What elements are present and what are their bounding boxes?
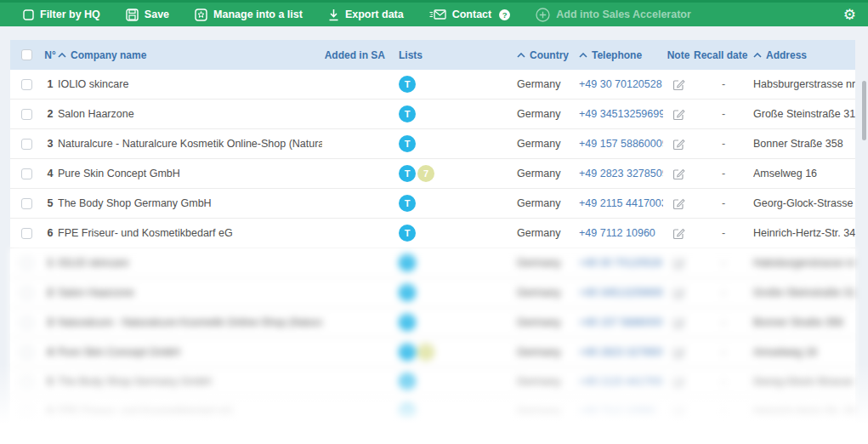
contact-button[interactable]: Contact ? — [429, 9, 511, 20]
header-note[interactable]: Note — [663, 49, 694, 61]
edit-note-icon[interactable] — [672, 108, 685, 121]
row-checkbox[interactable] — [21, 198, 32, 209]
table-row[interactable]: 5 The Body Shop Germany GmbH T Germany +… — [10, 367, 855, 397]
select-all-checkbox[interactable] — [21, 49, 32, 60]
filter-by-hq-button[interactable]: Filter by HQ — [23, 9, 100, 20]
row-checkbox[interactable] — [21, 287, 32, 299]
edit-note-icon[interactable] — [672, 168, 685, 180]
row-checkbox[interactable] — [21, 258, 32, 269]
edit-note-icon[interactable] — [672, 257, 685, 270]
telephone-link[interactable]: +49 7112 10960 — [578, 227, 663, 239]
telephone-link[interactable]: +49 34513259699 — [578, 287, 663, 299]
company-name[interactable]: Pure Skin Concept GmbH — [58, 346, 322, 358]
row-checkbox[interactable] — [21, 139, 32, 150]
table-row[interactable]: 5 The Body Shop Germany GmbH T Germany +… — [10, 189, 855, 219]
company-name[interactable]: Naturalcure - Naturalcure Kosmetik Onlin… — [58, 138, 322, 150]
settings-gear-icon[interactable]: ⚙ — [843, 8, 856, 22]
row-checkbox[interactable] — [21, 377, 32, 388]
telephone-link[interactable]: +49 30 70120528 — [578, 78, 663, 90]
edit-note-icon[interactable] — [672, 316, 685, 329]
edit-note-icon[interactable] — [672, 376, 685, 389]
save-icon — [126, 9, 139, 21]
sort-chevron-up-icon[interactable] — [753, 53, 762, 58]
company-name[interactable]: Pure Skin Concept GmbH — [58, 168, 322, 179]
table-row[interactable]: 4 Pure Skin Concept GmbH T7 Germany +49 … — [10, 338, 855, 367]
table-row[interactable]: 1 IOLIO skincare T Germany +49 30 701205… — [10, 70, 855, 100]
edit-note-icon[interactable] — [672, 287, 685, 299]
vertical-scrollbar-thumb[interactable] — [862, 81, 866, 140]
table-row[interactable]: 4 Pure Skin Concept GmbH T7 Germany +49 … — [10, 159, 855, 189]
table-row[interactable]: 1 IOLIO skincare T Germany +49 30 701205… — [10, 248, 855, 278]
telephone-link[interactable]: +49 2115 4417003 — [578, 197, 663, 209]
header-address[interactable]: Address — [753, 49, 855, 61]
list-badge-t[interactable]: T — [399, 314, 416, 331]
sort-chevron-up-icon[interactable] — [517, 53, 525, 58]
sort-chevron-up-icon[interactable] — [58, 53, 66, 58]
edit-note-icon[interactable] — [672, 138, 685, 151]
row-checkbox[interactable] — [21, 407, 32, 418]
header-lists[interactable]: Lists — [390, 49, 513, 61]
header-recall-date[interactable]: Recall date — [694, 49, 753, 61]
row-checkbox[interactable] — [21, 79, 32, 90]
edit-note-icon[interactable] — [672, 78, 685, 91]
list-badge-t[interactable]: T — [399, 76, 416, 93]
telephone-link[interactable]: +49 157 58860009 — [578, 138, 663, 150]
row-checkbox[interactable] — [21, 317, 32, 328]
company-name[interactable]: IOLIO skincare — [58, 78, 322, 90]
list-badge-t[interactable]: T — [399, 254, 416, 271]
company-name[interactable]: The Body Shop Germany GmbH — [58, 197, 322, 209]
header-company-name[interactable]: Company name — [58, 49, 322, 61]
telephone-link[interactable]: +49 34513259699 — [578, 108, 663, 120]
table-row[interactable]: 3 Naturalcure - Naturalcure Kosmetik Onl… — [10, 308, 855, 338]
list-badge-t[interactable]: T — [399, 165, 416, 182]
list-badge-count[interactable]: 7 — [417, 344, 434, 361]
list-badge-t[interactable]: T — [399, 373, 416, 390]
edit-note-icon[interactable] — [672, 346, 685, 359]
telephone-link[interactable]: +49 2823 3278509 — [578, 346, 663, 358]
company-name[interactable]: Salon Haarzone — [58, 287, 322, 299]
company-name[interactable]: FPE Friseur- und Kosmetikbedarf eG — [58, 227, 322, 239]
list-badge-t[interactable]: T — [399, 344, 416, 361]
header-country[interactable]: Country — [513, 49, 578, 61]
edit-note-icon[interactable] — [672, 227, 685, 240]
table-row[interactable]: 2 Salon Haarzone T Germany +49 345132596… — [10, 100, 855, 129]
lists-badges: T7 — [390, 344, 513, 361]
row-checkbox[interactable] — [21, 109, 32, 120]
list-badge-t[interactable]: T — [399, 135, 416, 152]
save-button[interactable]: Save — [126, 9, 169, 21]
sort-chevron-up-icon[interactable] — [579, 53, 587, 58]
telephone-link[interactable]: +49 2823 3278509 — [578, 168, 663, 179]
row-checkbox[interactable] — [21, 347, 32, 358]
telephone-link[interactable]: +49 2115 4417003 — [578, 376, 663, 388]
list-badge-t[interactable]: T — [399, 284, 416, 301]
edit-note-icon[interactable] — [672, 406, 685, 418]
table-row[interactable]: 3 Naturalcure - Naturalcure Kosmetik Onl… — [10, 129, 855, 159]
list-badge-t[interactable]: T — [399, 105, 416, 122]
header-added-in-sa[interactable]: Added in SA — [322, 49, 390, 61]
table-row[interactable]: 6 FPE Friseur- und Kosmetikbedarf eG T G… — [10, 397, 855, 427]
export-data-button[interactable]: Export data — [328, 9, 404, 21]
list-badge-t[interactable]: T — [399, 195, 416, 212]
table-row[interactable]: 6 FPE Friseur- und Kosmetikbedarf eG T G… — [10, 219, 855, 248]
add-into-sales-accelerator-button[interactable]: Add into Sales Accelerator — [536, 8, 691, 22]
company-name[interactable]: FPE Friseur- und Kosmetikbedarf eG — [58, 406, 322, 418]
contact-help-badge[interactable]: ? — [499, 9, 510, 20]
list-badge-t[interactable]: T — [399, 225, 416, 242]
company-name[interactable]: The Body Shop Germany GmbH — [58, 376, 322, 388]
company-name[interactable]: IOLIO skincare — [58, 257, 322, 269]
table-row[interactable]: 2 Salon Haarzone T Germany +49 345132596… — [10, 278, 855, 308]
company-name[interactable]: Salon Haarzone — [58, 108, 322, 120]
list-badge-t[interactable]: T — [399, 403, 416, 420]
company-name[interactable]: Naturalcure - Naturalcure Kosmetik Onlin… — [58, 316, 322, 328]
telephone-link[interactable]: +49 157 58860009 — [578, 316, 663, 328]
header-number[interactable]: N° — [43, 49, 58, 61]
header-telephone[interactable]: Telephone — [578, 49, 663, 61]
telephone-link[interactable]: +49 7112 10960 — [578, 406, 663, 418]
vertical-scrollbar[interactable] — [861, 40, 867, 431]
list-badge-count[interactable]: 7 — [417, 165, 434, 182]
row-checkbox[interactable] — [21, 228, 32, 239]
telephone-link[interactable]: +49 30 70120528 — [578, 257, 663, 269]
manage-into-list-button[interactable]: Manage into a list — [195, 9, 303, 21]
row-checkbox[interactable] — [21, 168, 32, 179]
edit-note-icon[interactable] — [672, 197, 685, 210]
